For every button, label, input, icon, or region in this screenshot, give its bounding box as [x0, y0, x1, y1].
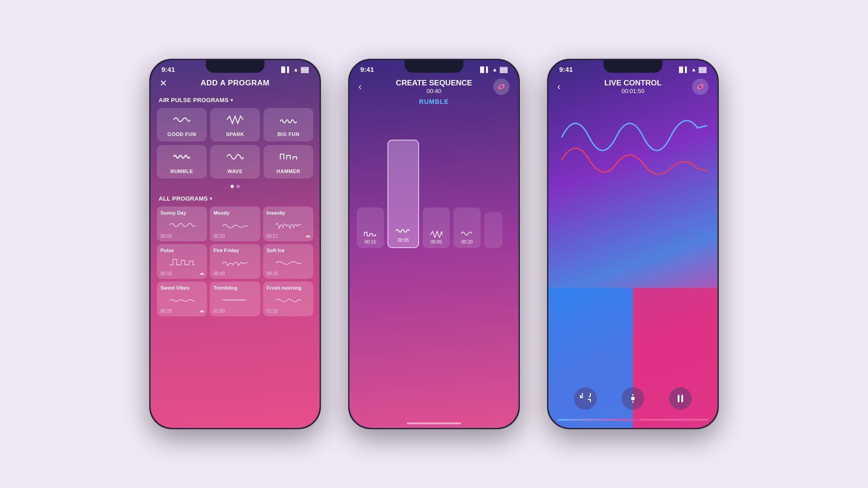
- signal-icon-2: ▐▌▌: [478, 66, 490, 73]
- trembling-name: Trembling: [213, 285, 256, 291]
- sequence-area: 00:15 00:05 00:05 00:20: [349, 113, 519, 248]
- big-fun-wave-icon: [279, 114, 297, 128]
- wifi-icon-2: ▲: [492, 66, 498, 73]
- list-item-trembling[interactable]: Trembling 01:00: [210, 282, 260, 316]
- live-control-header: ‹ LIVE CONTROL 00:01:50: [548, 75, 717, 96]
- signal-icon-3: ▐▌▌: [677, 66, 689, 73]
- seq-block-3[interactable]: 00:05: [423, 207, 450, 248]
- air-pulse-label: AIR PULSE PROGRAMS: [159, 97, 229, 103]
- moody-time: 00:20: [213, 234, 256, 239]
- svg-point-4: [631, 397, 635, 400]
- pulse-time: 00:15: [160, 271, 203, 276]
- battery-icon-3: ▓▓: [699, 66, 707, 73]
- wifi-icon-3: ▲: [691, 66, 697, 73]
- status-time-2: 9:41: [360, 66, 374, 73]
- seq-block-2-active[interactable]: 00:05: [387, 140, 419, 248]
- list-item-pulse[interactable]: Pulse 00:15 ☁: [157, 244, 207, 279]
- trembling-time: 01:00: [213, 309, 256, 314]
- center-button[interactable]: [622, 387, 644, 410]
- phone-2: 9:41 ▐▌▌ ▲ ▓▓ ‹ CREATE SEQUENCE 00:40 RU…: [348, 59, 520, 429]
- sunny-day-name: Sunny Day: [160, 210, 203, 216]
- spark-label: SPARK: [226, 131, 244, 137]
- phone-notch-3: [604, 60, 662, 73]
- fresh-morning-wave: [267, 293, 310, 307]
- wave-label: WAVE: [227, 169, 243, 174]
- fire-friday-wave: [213, 256, 256, 269]
- program-card-good-fun[interactable]: GOOD FUN: [157, 108, 207, 141]
- pause-button[interactable]: [669, 387, 692, 410]
- list-item-insanity[interactable]: Insanity 00:17 ☁: [263, 206, 313, 241]
- home-indicator-2: [407, 422, 461, 424]
- program-card-rumble[interactable]: RUMBLE: [157, 145, 207, 178]
- list-item-fresh-morning[interactable]: Fresh morning 01:10: [263, 282, 313, 316]
- sweet-vibes-time: 00:20: [160, 309, 203, 314]
- screen-live-control: 9:41 ▐▌▌ ▲ ▓▓ ‹ LIVE CONTROL 00:01:50: [548, 60, 717, 428]
- svg-point-1: [500, 85, 503, 88]
- program-card-spark[interactable]: SPARK: [210, 108, 260, 141]
- controls-bar: [548, 387, 717, 410]
- fresh-morning-time: 01:10: [267, 309, 310, 314]
- rumble-mode-label: RUMBLE: [349, 96, 519, 113]
- progress-fill: [557, 419, 641, 421]
- svg-rect-7: [678, 395, 679, 402]
- live-control-time: 00:01:50: [604, 88, 662, 94]
- live-control-title: LIVE CONTROL: [604, 79, 662, 88]
- list-item-moody[interactable]: Moody 00:20: [210, 206, 260, 241]
- status-time-3: 9:41: [559, 66, 573, 73]
- rumble-label: RUMBLE: [170, 169, 193, 174]
- dot-1: [231, 185, 234, 188]
- hammer-label: HAMMER: [277, 169, 301, 174]
- rumble-wave-icon: [173, 151, 191, 165]
- status-icons-3: ▐▌▌ ▲ ▓▓: [677, 66, 707, 73]
- fire-friday-name: Fire Friday: [213, 248, 256, 253]
- list-item-soft-ice[interactable]: Soft Ice 00:19: [263, 244, 313, 279]
- insanity-time: 00:17: [267, 234, 310, 239]
- list-item-sunny-day[interactable]: Sunny Day 00:05: [157, 206, 207, 241]
- pulse-wave: [160, 256, 203, 269]
- back-button-2[interactable]: ‹: [359, 81, 362, 92]
- fresh-morning-name: Fresh morning: [267, 285, 310, 291]
- soft-ice-name: Soft Ice: [267, 248, 310, 253]
- back-button-3[interactable]: ‹: [557, 81, 561, 92]
- list-item-fire-friday[interactable]: Fire Friday 00:43: [210, 244, 260, 279]
- device-icon-3: [692, 79, 708, 95]
- spark-wave-icon: [226, 114, 244, 128]
- status-icons-2: ▐▌▌ ▲ ▓▓: [478, 66, 508, 73]
- wifi-icon: ▲: [293, 66, 299, 73]
- battery-icon: ▓▓: [301, 66, 309, 73]
- phone-notch-2: [405, 60, 463, 73]
- close-button[interactable]: ✕: [160, 78, 167, 89]
- svg-point-3: [699, 85, 702, 88]
- phone-1: 9:41 ▐▌▌ ▲ ▓▓ ✕ ADD A PROGRAM AIR PULSE …: [149, 59, 321, 429]
- wave-display-area: [557, 101, 708, 209]
- good-fun-wave-icon: [173, 114, 191, 128]
- battery-icon-2: ▓▓: [500, 66, 508, 73]
- seq-block-1[interactable]: 00:15: [357, 207, 384, 248]
- status-time-1: 9:41: [161, 66, 175, 73]
- sweet-vibes-wave: [160, 293, 203, 307]
- progress-bar: [557, 419, 708, 421]
- chevron-down-icon-2: ▾: [210, 196, 212, 201]
- fire-friday-time: 00:43: [213, 271, 256, 276]
- signal-icon: ▐▌▌: [279, 66, 291, 73]
- program-card-big-fun[interactable]: BIG FUN: [264, 108, 313, 141]
- dot-2: [236, 185, 240, 188]
- device-icon-2: [493, 79, 509, 95]
- pulse-name: Pulse: [160, 248, 203, 253]
- program-card-wave[interactable]: WAVE: [210, 145, 260, 178]
- seq-block-5[interactable]: [484, 212, 502, 248]
- program-card-hammer[interactable]: HAMMER: [264, 145, 313, 178]
- big-fun-label: BIG FUN: [278, 131, 300, 137]
- create-sequence-title: CREATE SEQUENCE: [396, 79, 472, 88]
- list-item-sweet-vibes[interactable]: Sweet Vibes 00:20 ☁: [157, 282, 207, 316]
- all-programs-section-title: ALL PROGRAMS ▾: [151, 192, 320, 206]
- add-program-header: ✕ ADD A PROGRAM: [151, 75, 320, 93]
- seq-block-4[interactable]: 00:20: [453, 207, 481, 248]
- wave-wave-icon: [226, 151, 244, 165]
- pagination-dots: [151, 183, 320, 192]
- screen-add-program: 9:41 ▐▌▌ ▲ ▓▓ ✕ ADD A PROGRAM AIR PULSE …: [151, 60, 320, 428]
- moody-wave: [213, 218, 256, 232]
- repeat-button[interactable]: [574, 387, 597, 410]
- chevron-down-icon: ▾: [231, 98, 233, 103]
- all-programs-label: ALL PROGRAMS: [159, 195, 208, 202]
